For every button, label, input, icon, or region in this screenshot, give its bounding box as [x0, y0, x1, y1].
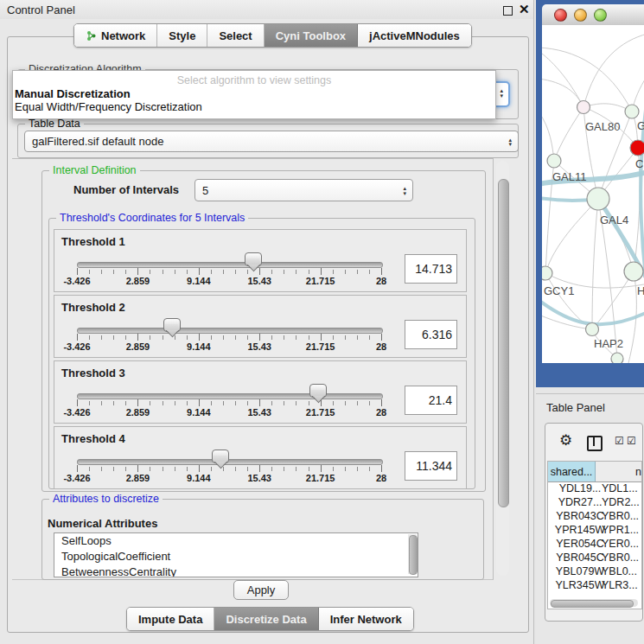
scrollbar-thumb[interactable] [551, 600, 634, 608]
cell-name[interactable]: YDL1... [602, 482, 638, 494]
combobox-stepper-icon: ▴▾ [403, 186, 406, 195]
network-edge[interactable] [583, 34, 644, 107]
settings-vertical-scrollbar[interactable] [496, 161, 509, 576]
column-header-shared-name[interactable]: shared... [548, 462, 596, 481]
gear-icon[interactable]: ⚙ [559, 433, 572, 448]
cell-name[interactable]: YBL0... [602, 565, 637, 577]
cell-name[interactable]: YBR0... [602, 510, 639, 522]
slider-tick-label: 15.43 [247, 341, 271, 352]
table-horizontal-scrollbar[interactable] [550, 599, 638, 607]
attribute-items: SelfLoopsTopologicalCoefficientBetweenne… [54, 533, 418, 577]
tab-network[interactable]: Network [74, 24, 157, 47]
node-attribute-table: shared... n YDL19... YDL1... YDR27... YD… [547, 461, 642, 609]
threshold-label: Threshold 3 [61, 367, 125, 379]
network-graph[interactable]: GAL80GACGAL11GAL4GCY1HHAP2 [542, 25, 644, 363]
slider-tick-label: -3.426 [63, 341, 90, 352]
slider-tick-label: 2.859 [126, 276, 150, 286]
network-window-titlebar[interactable] [542, 4, 644, 26]
scrollbar-thumb[interactable] [498, 179, 509, 507]
attribute-item-betweennesscentrality[interactable]: BetweennessCentrality [54, 564, 418, 577]
slider-thumb[interactable] [245, 252, 262, 266]
network-view-window[interactable]: GAL80GACGAL11GAL4GCY1HHAP2 [536, 0, 644, 387]
cell-name[interactable]: YLR3... [602, 579, 638, 590]
slider-track[interactable] [77, 459, 383, 465]
network-edge[interactable] [592, 199, 598, 329]
slider-thumb[interactable] [212, 450, 229, 463]
combobox-stepper-icon: ▴▾ [500, 88, 503, 98]
slider-tick-label: 2.859 [126, 407, 150, 418]
network-edge-thick[interactable] [542, 300, 644, 324]
number-of-intervals-combobox[interactable]: 5 ▴▾ [194, 179, 413, 201]
slider-track[interactable] [77, 393, 383, 399]
scrollbar-thumb[interactable] [409, 535, 418, 575]
network-node-h[interactable] [624, 262, 643, 281]
network-node-ga[interactable] [625, 105, 639, 118]
checkbox-icon[interactable]: ☑ [627, 435, 636, 447]
network-node-gcy1[interactable] [542, 266, 552, 280]
slider-track[interactable] [77, 328, 383, 334]
network-edge[interactable] [545, 273, 592, 329]
network-edge-thick[interactable] [641, 110, 644, 277]
column-header-name[interactable]: n [596, 462, 641, 481]
slider-track[interactable] [77, 262, 383, 268]
cell-name[interactable]: YER0... [602, 538, 639, 550]
network-edge[interactable] [545, 199, 598, 273]
table-row[interactable]: YPR145W YPR1... [548, 524, 641, 538]
table-row[interactable]: YBR045C YBR0... [548, 552, 641, 565]
table-row[interactable]: YDR27... YDR2... [548, 496, 641, 510]
attribute-item-selfloops[interactable]: SelfLoops [54, 533, 418, 549]
threshold-value-box[interactable]: 14.713 [405, 254, 457, 284]
threshold-value-box[interactable]: 11.344 [405, 451, 457, 481]
slider-thumb[interactable] [163, 318, 181, 332]
network-node-gal80[interactable] [577, 101, 590, 114]
table-row[interactable]: YER054C YER0... [548, 538, 641, 552]
table-row[interactable]: YDL19... YDL1... [548, 482, 641, 496]
close-traffic-light-icon[interactable] [554, 9, 567, 22]
tab-discretize-data[interactable]: Discretize Data [214, 608, 318, 630]
slider-thumb[interactable] [309, 384, 327, 398]
split-columns-icon[interactable] [587, 436, 603, 451]
threshold-label: Threshold 1 [61, 235, 125, 248]
network-edge[interactable] [542, 51, 583, 107]
threshold-value-box[interactable]: 21.4 [405, 386, 457, 415]
close-icon[interactable]: ✕ [519, 2, 530, 17]
popup-item-equal-width-frequency-discretization[interactable]: Equal Width/Frequency Discretization [13, 100, 495, 113]
checkbox-icon[interactable]: ☑ [615, 435, 624, 447]
slider-tick-label: 2.859 [126, 341, 150, 352]
cell-name[interactable]: YBR0... [602, 552, 639, 564]
network-edge[interactable] [542, 112, 554, 161]
table-data-combobox[interactable]: galFiltered.sif default node ▴▾ [24, 131, 519, 152]
apply-button[interactable]: Apply [233, 580, 289, 600]
cell-name[interactable]: YPR1... [602, 524, 639, 536]
tab-cyni-toolbox[interactable]: Cyni Toolbox [265, 24, 358, 47]
attribute-item-topologicalcoefficient[interactable]: TopologicalCoefficient [54, 549, 418, 564]
network-node-hap2[interactable] [586, 323, 599, 336]
tab-label: Impute Data [138, 613, 202, 626]
network-node-gal11[interactable] [547, 154, 561, 168]
tab-style[interactable]: Style [157, 24, 207, 47]
slider-tick-label: 21.715 [306, 473, 335, 483]
tab-select[interactable]: Select [207, 24, 264, 47]
network-canvas[interactable]: GAL80GACGAL11GAL4GCY1HHAP2 [542, 25, 644, 363]
numerical-attributes-list[interactable]: SelfLoopsTopologicalCoefficientBetweenne… [54, 532, 418, 577]
slider-major-tick [137, 334, 138, 341]
tab-jactivemnodules[interactable]: jActiveMNodules [358, 24, 471, 47]
table-row[interactable]: YLR345W YLR3... [548, 579, 641, 590]
network-edge[interactable] [542, 79, 583, 107]
network-node[interactable] [611, 353, 623, 363]
minimize-traffic-light-icon[interactable] [574, 9, 587, 22]
tab-infer-network[interactable]: Infer Network [319, 608, 413, 630]
network-edge[interactable] [554, 107, 583, 161]
slider-thumb-body [165, 324, 178, 330]
cell-name[interactable]: YDR2... [602, 496, 640, 508]
table-row[interactable]: YBL079W YBL0... [548, 565, 641, 579]
threshold-value-box[interactable]: 6.316 [405, 320, 457, 349]
table-row[interactable]: YBR043C YBR0... [548, 510, 641, 524]
zoom-traffic-light-icon[interactable] [594, 9, 607, 22]
attributes-scrollbar[interactable] [408, 534, 417, 574]
float-window-icon[interactable] [503, 6, 513, 16]
popup-item-manual-discretization[interactable]: Manual Discretization [13, 87, 495, 100]
network-node-gal4[interactable] [587, 188, 609, 210]
network-node-c[interactable] [630, 140, 644, 156]
tab-impute-data[interactable]: Impute Data [127, 608, 214, 630]
